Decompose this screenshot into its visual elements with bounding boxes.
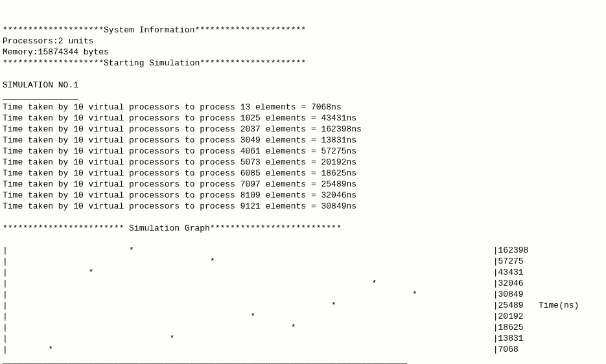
graph-row: | * |57275: [3, 256, 524, 266]
graph-row: | * |32046: [3, 279, 524, 288]
timing-line: Time taken by 10 virtual processors to p…: [3, 113, 356, 123]
sysinfo-header: ********************System Information**…: [3, 25, 306, 35]
graph-row: | * |30849: [3, 290, 524, 299]
graph-row: | * |20192: [3, 312, 524, 321]
graph-row: | * |13831: [3, 334, 524, 343]
timing-line: Time taken by 10 virtual processors to p…: [3, 190, 356, 200]
timing-line: Time taken by 10 virtual processors to p…: [3, 146, 356, 156]
graph-row: | * |162398: [3, 245, 528, 255]
graph-title: ************************ Simulation Grap…: [3, 223, 342, 233]
timing-line: Time taken by 10 virtual processors to p…: [3, 102, 342, 112]
timing-line: Time taken by 10 virtual processors to p…: [3, 157, 356, 167]
timing-line: Time taken by 10 virtual processors to p…: [3, 124, 362, 134]
timing-line: Time taken by 10 virtual processors to p…: [3, 135, 356, 145]
processors-line: Processors:2 units: [3, 36, 93, 46]
memory-line: Memory:15874344 bytes: [3, 47, 109, 57]
graph-row: | * |7068: [3, 345, 519, 354]
graph-row: | * |25489 Time(ns): [3, 301, 579, 310]
timing-line: Time taken by 10 virtual processors to p…: [3, 179, 356, 189]
graph-row: | * |43431: [3, 267, 524, 277]
starting-header: ********************Starting Simulation*…: [3, 58, 306, 68]
simulation-underline: _______________: [3, 91, 78, 101]
graph-row: | * |18625: [3, 323, 524, 332]
timing-line: Time taken by 10 virtual processors to p…: [3, 201, 356, 211]
simulation-title: SIMULATION NO.1: [3, 80, 78, 90]
timing-line: Time taken by 10 virtual processors to p…: [3, 168, 356, 178]
graph-baseline: ________________________________________…: [3, 356, 407, 364]
terminal-output: ********************System Information**…: [3, 25, 605, 364]
